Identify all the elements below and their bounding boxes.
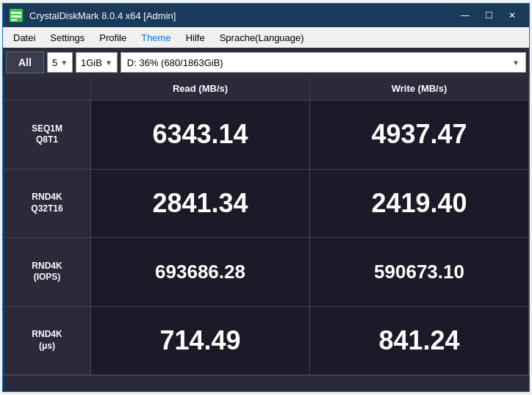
menu-profile[interactable]: Profile (92, 29, 134, 46)
title-bar: CrystalDiskMark 8.0.4 x64 [Admin] — ☐ ✕ (3, 4, 529, 27)
drive-value: D: 36% (680/1863GiB) (127, 57, 223, 68)
content-area: Read (MB/s) Write (MB/s) SEQ1MQ8T16343.1… (3, 77, 529, 375)
header-write: Write (MB/s) (310, 77, 529, 100)
menu-bar: Datei Settings Profile Theme Hilfe Sprac… (3, 27, 529, 48)
count-arrow: ▼ (60, 59, 68, 67)
app-icon (9, 8, 24, 23)
menu-datei[interactable]: Datei (6, 29, 43, 46)
status-bar (3, 375, 529, 391)
table-row: RND4K(IOPS)693686.28590673.10 (3, 238, 529, 307)
maximize-button[interactable]: ☐ (478, 7, 500, 23)
header-label (3, 77, 91, 100)
table-row: RND4KQ32T162841.342419.40 (3, 170, 529, 239)
size-dropdown[interactable]: 1GiB ▼ (76, 52, 118, 73)
svg-rect-1 (11, 12, 21, 14)
row-read-0: 6343.14 (91, 101, 310, 169)
menu-settings[interactable]: Settings (43, 29, 92, 46)
table-header: Read (MB/s) Write (MB/s) (3, 77, 529, 101)
table-row: SEQ1MQ8T16343.144937.47 (3, 101, 529, 170)
row-write-2: 590673.10 (310, 238, 529, 306)
header-read: Read (MB/s) (91, 77, 310, 100)
row-write-3: 841.24 (310, 307, 529, 375)
row-read-3: 714.49 (91, 307, 310, 375)
row-read-2: 693686.28 (91, 238, 310, 306)
row-read-1: 2841.34 (91, 170, 310, 238)
menu-hilfe[interactable]: Hilfe (179, 29, 212, 46)
count-value: 5 (52, 57, 57, 68)
application-window: CrystalDiskMark 8.0.4 x64 [Admin] — ☐ ✕ … (2, 3, 530, 392)
row-write-0: 4937.47 (310, 101, 529, 169)
drive-dropdown[interactable]: D: 36% (680/1863GiB) ▼ (121, 52, 526, 73)
all-button[interactable]: All (6, 51, 44, 73)
size-arrow: ▼ (105, 59, 112, 67)
svg-rect-2 (11, 15, 21, 18)
svg-rect-3 (11, 19, 17, 21)
window-controls: — ☐ ✕ (454, 7, 523, 23)
window-title: CrystalDiskMark 8.0.4 x64 [Admin] (29, 10, 454, 21)
menu-language[interactable]: Sprache(Language) (212, 29, 312, 46)
table-body: SEQ1MQ8T16343.144937.47RND4KQ32T162841.3… (3, 101, 529, 375)
close-button[interactable]: ✕ (501, 7, 523, 23)
row-label-3: RND4K(μs) (3, 307, 91, 375)
row-label-0: SEQ1MQ8T1 (3, 101, 91, 169)
toolbar: All 5 ▼ 1GiB ▼ D: 36% (680/1863GiB) ▼ (3, 48, 529, 77)
row-label-1: RND4KQ32T16 (3, 170, 91, 238)
row-label-2: RND4K(IOPS) (3, 238, 91, 306)
row-write-1: 2419.40 (310, 170, 529, 238)
table-row: RND4K(μs)714.49841.24 (3, 307, 529, 376)
drive-arrow: ▼ (512, 59, 520, 67)
count-dropdown[interactable]: 5 ▼ (47, 52, 73, 73)
size-value: 1GiB (81, 57, 102, 68)
menu-theme[interactable]: Theme (134, 29, 178, 46)
minimize-button[interactable]: — (454, 7, 476, 23)
